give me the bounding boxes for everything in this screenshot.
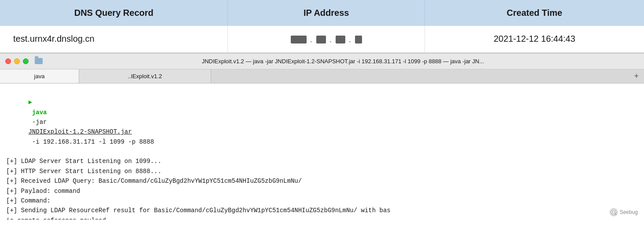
- dns-query-table: DNS Query Record IP Address Created Time…: [0, 0, 644, 53]
- prompt-arrow: ►: [28, 99, 32, 106]
- terminal-line-5: [+] Command:: [6, 196, 638, 206]
- terminal-title: JNDIExploit.v1.2 — java -jar JNDIExploit…: [47, 58, 639, 65]
- terminal-line-4: [+] Paylaod: command: [6, 186, 638, 196]
- tab-jndi-exploit[interactable]: ..lExploit.v1.2: [79, 69, 211, 83]
- traffic-light-minimize[interactable]: [14, 58, 20, 64]
- terminal-titlebar: JNDIExploit.v1.2 — java -jar JNDIExploit…: [0, 54, 644, 69]
- tab-java-label: java: [34, 73, 45, 80]
- seebug-icon: [610, 208, 618, 216]
- dns-table-section: DNS Query Record IP Address Created Time…: [0, 0, 644, 54]
- col-header-dns: DNS Query Record: [0, 0, 228, 26]
- cell-created-time: 2021-12-12 16:44:43: [425, 26, 644, 52]
- terminal-line-3: [+] Received LDAP Query: Basic/Command/c…: [6, 176, 638, 186]
- terminal-line-2: [+] HTTP Server Start Listening on 8888.…: [6, 167, 638, 176]
- tab-jndi-label: ..lExploit.v1.2: [128, 73, 162, 80]
- traffic-light-maximize[interactable]: [23, 58, 29, 64]
- table-row: test.urnx4r.dnslog.cn . . .: [0, 26, 644, 52]
- traffic-light-close[interactable]: [5, 58, 11, 64]
- ip-redacted-value: . . .: [291, 35, 362, 44]
- seebug-label: Seebug: [620, 209, 638, 215]
- terminal-line-1: [+] LDAP Server Start Listening on 1099.…: [6, 156, 638, 166]
- col-header-ip: IP Address: [228, 0, 425, 26]
- cell-ip-address: . . .: [228, 26, 425, 52]
- terminal-line-0: ► java -jar JNDIExploit-1.2-SNAPSHOT.jar…: [6, 88, 638, 157]
- seebug-watermark: Seebug: [610, 208, 638, 216]
- terminal-tabbar: java ..lExploit.v1.2 +: [0, 69, 644, 83]
- svg-point-1: [612, 211, 615, 214]
- terminal-window: JNDIExploit.v1.2 — java -jar JNDIExploit…: [0, 54, 644, 220]
- traffic-lights: [5, 58, 29, 64]
- terminal-line-6: [+] Sending LDAP ResourceRef result for …: [6, 206, 638, 215]
- col-header-time: Created Time: [425, 0, 644, 26]
- tab-add-button[interactable]: +: [629, 69, 644, 83]
- terminal-content: ► java -jar JNDIExploit-1.2-SNAPSHOT.jar…: [0, 83, 644, 220]
- terminal-line-6-cont: ic remote reference payload: [6, 216, 638, 220]
- cell-dns-query: test.urnx4r.dnslog.cn: [0, 26, 228, 52]
- folder-icon: [35, 58, 43, 64]
- tab-java[interactable]: java: [0, 69, 79, 83]
